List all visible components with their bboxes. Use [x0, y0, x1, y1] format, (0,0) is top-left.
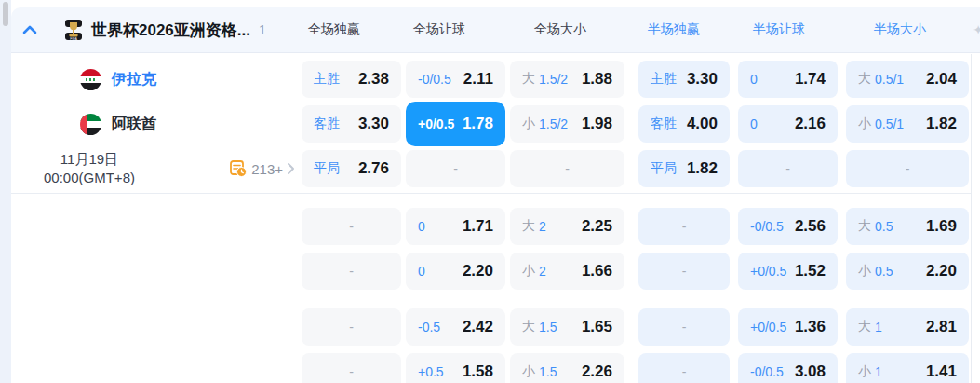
- odds-cell[interactable]: -0/0.53.08: [738, 353, 838, 383]
- odds-cell[interactable]: 大0.5/12.04: [846, 61, 969, 98]
- odds-value: 2.20: [926, 262, 957, 280]
- more-markets-link[interactable]: 213+: [230, 160, 295, 177]
- odds-cell-empty: -: [302, 308, 401, 346]
- left-scrollbar-track: [0, 0, 11, 383]
- right-scrollbar-track: [971, 54, 980, 383]
- odds-cell[interactable]: 客胜3.30: [302, 105, 401, 143]
- odds-cell[interactable]: 02.16: [738, 105, 838, 143]
- chevron-right-icon: [287, 162, 295, 175]
- collapse-button[interactable]: [20, 21, 39, 39]
- odds-cell[interactable]: 大0.51.69: [846, 208, 969, 245]
- odds-label: +0/0.5: [750, 264, 786, 279]
- odds-value: 2.16: [795, 115, 826, 133]
- empty-team-col: [11, 349, 301, 383]
- world-cup-trophy-icon: FIFA: [63, 19, 84, 41]
- odds-cell[interactable]: 平局2.76: [302, 150, 401, 187]
- odds-label: +0.5: [418, 364, 444, 379]
- ou-prefix: 大: [522, 218, 535, 235]
- odds-cell[interactable]: 大12.81: [846, 308, 969, 346]
- odds-value: 1.36: [795, 318, 826, 336]
- odds-value: 1.66: [582, 262, 612, 280]
- odds-cell[interactable]: 主胜2.38: [302, 61, 401, 98]
- ou-prefix: 大: [522, 71, 535, 88]
- odds-label: 客胜: [651, 116, 677, 132]
- odds-cell[interactable]: 客胜4.00: [638, 105, 730, 143]
- draw-info-row: 11月19日 00:00(GMT+8) 213+: [11, 146, 980, 191]
- league-title: 世界杯2026亚洲资格...: [91, 20, 250, 41]
- odds-cell[interactable]: -0.52.42: [406, 308, 505, 346]
- odds-cell-selected[interactable]: +0/0.51.78: [406, 102, 505, 146]
- ou-prefix: 小: [522, 116, 535, 132]
- home-team: 伊拉克: [11, 57, 301, 102]
- odds-cell[interactable]: 01.74: [738, 61, 838, 98]
- odds-label: 1: [875, 364, 882, 379]
- betting-odds-panel: FIFA 世界杯2026亚洲资格... 1 全场独赢 全场让球 全场大小 半场独…: [0, 0, 980, 383]
- odds-cell[interactable]: 主胜3.30: [638, 61, 730, 98]
- home-team-name: 伊拉克: [112, 70, 156, 89]
- ou-prefix: 小: [522, 263, 535, 280]
- column-headers: 全场独赢 全场让球 全场大小 半场独赢 半场让球 半场大小: [301, 7, 969, 52]
- odds-value: 1.78: [463, 115, 493, 133]
- odds-label: -0/0.5: [418, 72, 451, 87]
- scrollbar-thumb[interactable]: [3, 2, 8, 26]
- odds-cell[interactable]: +0/0.51.36: [738, 308, 838, 346]
- odds-row: -02.20小21.66-+0/0.51.52小0.52.20: [11, 249, 980, 294]
- empty-team-col: [11, 204, 301, 249]
- ou-prefix: 小: [522, 363, 535, 380]
- odds-value: 2.04: [926, 70, 957, 89]
- odds-value: 2.11: [463, 70, 493, 89]
- odds-cell[interactable]: +0.51.58: [406, 353, 505, 383]
- odds-cell[interactable]: 01.71: [406, 208, 505, 245]
- odds-label: -0.5: [418, 320, 440, 335]
- away-team-name: 阿联酋: [112, 115, 156, 134]
- odds-cell[interactable]: -0/0.52.11: [406, 61, 505, 98]
- odds-cell-empty: -: [302, 208, 401, 245]
- odds-value: 2.38: [358, 70, 389, 89]
- odds-cell[interactable]: 小1.52.26: [510, 353, 624, 383]
- odds-label: +0/0.5: [750, 320, 786, 335]
- odds-cell[interactable]: 大1.5/21.88: [510, 61, 624, 98]
- iraq-flag-icon: [80, 69, 101, 90]
- odds-value: 3.30: [687, 70, 718, 89]
- ou-prefix: 小: [858, 263, 871, 280]
- league-header-left: FIFA 世界杯2026亚洲资格... 1: [11, 7, 301, 52]
- odds-value: 2.25: [582, 217, 612, 236]
- match-datetime: 11月19日 00:00(GMT+8): [37, 150, 141, 187]
- ou-prefix: 大: [858, 319, 871, 335]
- odds-value: 1.58: [463, 362, 493, 381]
- odds-label: 0: [418, 264, 425, 279]
- odds-cell[interactable]: 小21.66: [510, 253, 624, 290]
- odds-cell-empty: -: [638, 253, 730, 290]
- odds-value: 3.30: [358, 115, 389, 133]
- empty-team-col: [11, 305, 301, 349]
- empty-team-col: [11, 249, 301, 294]
- odds-value: 1.82: [687, 159, 718, 178]
- markets-count: 213+: [251, 161, 283, 177]
- odds-value: 2.42: [463, 318, 493, 336]
- odds-cell[interactable]: 小1.5/21.98: [510, 105, 624, 143]
- uae-flag-icon: [80, 114, 101, 135]
- odds-cell[interactable]: -0/0.52.56: [738, 208, 838, 245]
- odds-label: 2: [539, 264, 546, 279]
- odds-value: 1.74: [795, 70, 826, 89]
- odds-label: 1.5: [539, 364, 557, 379]
- column-header-half-handicap: 半场让球: [738, 21, 838, 38]
- odds-cell[interactable]: 大22.25: [510, 208, 624, 245]
- odds-cell[interactable]: +0/0.51.52: [738, 253, 838, 290]
- odds-cell-empty: -: [406, 150, 505, 187]
- odds-cell[interactable]: 大1.51.65: [510, 308, 624, 346]
- odds-value: 1.88: [582, 70, 612, 89]
- odds-label: 主胜: [651, 71, 677, 88]
- match-time: 00:00(GMT+8): [37, 169, 141, 187]
- odds-cell[interactable]: 小11.41: [846, 353, 969, 383]
- odds-value: 2.20: [463, 262, 493, 280]
- column-header-half-ou: 半场大小: [846, 21, 969, 38]
- odds-cell[interactable]: 小0.52.20: [846, 253, 969, 290]
- odds-value: 3.08: [795, 362, 826, 381]
- odds-cell-empty: -: [510, 150, 624, 187]
- odds-cell[interactable]: 小0.5/11.82: [846, 105, 969, 143]
- odds-label: 客胜: [314, 116, 340, 132]
- odds-cell[interactable]: 平局1.82: [638, 150, 730, 187]
- odds-cell[interactable]: 02.20: [406, 253, 505, 290]
- odds-value: 2.26: [582, 362, 612, 381]
